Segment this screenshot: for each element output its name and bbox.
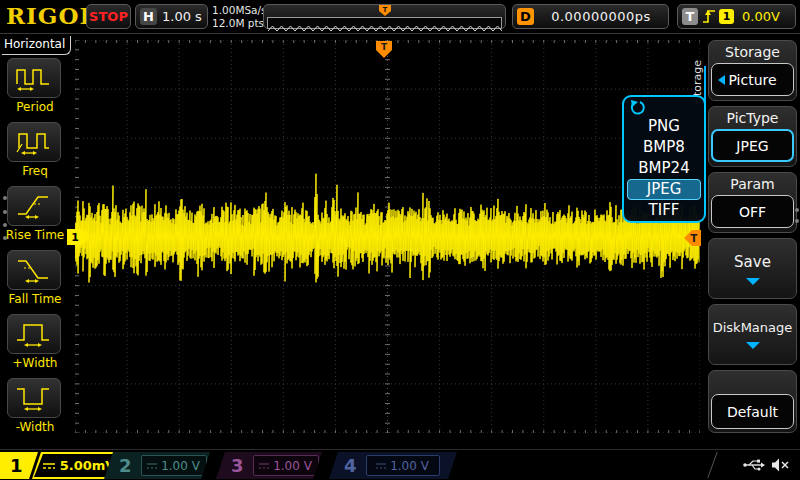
channel-1-number: 1 [10,455,23,476]
rigol-logo: RIGOL [6,2,97,29]
softkey-pictype-value[interactable]: JPEG [711,129,794,162]
timebase-box: H 1.00 s [135,4,208,29]
dc-coupling-icon [42,461,56,471]
menu-item-rise-time[interactable] [7,186,61,226]
rising-edge-icon [702,8,716,25]
status-icons [742,454,794,476]
delay-badge: D [517,8,534,25]
preview-window [267,17,502,29]
softkey-diskmanage[interactable]: DiskManage [708,304,797,365]
menu-item-minus-width[interactable] [7,378,61,418]
trigger-info-box: T 1 0.00V [677,4,796,29]
run-state-label: STOP [89,9,128,24]
scroll-dot [3,223,7,227]
trigger-badge: T [682,8,698,25]
default-value: Default [727,404,778,420]
acquisition-info: 1.00MSa/s 12.0M pts [212,4,267,29]
save-label: Save [734,253,771,271]
menu-item-freq[interactable] [7,122,61,162]
softkey-pictype-header: PicType [709,107,796,128]
channel-3-number: 3 [231,455,244,476]
dropdown-arrow-icon [746,342,760,349]
softkey-param-value[interactable]: OFF [711,195,794,228]
softkey-storage-value[interactable]: Picture [711,63,794,96]
plus-width-icon [15,320,53,348]
storage-mode-value: Picture [728,72,776,88]
channel-4-number: 4 [344,455,357,476]
usb-icon [743,460,765,471]
dropdown-arrow-icon [746,278,760,285]
preview-trigger-marker-icon: T [379,5,391,17]
channel-1-position-marker-icon: 1 [67,229,91,245]
svg-text:1: 1 [71,231,79,244]
pictype-value: JPEG [736,138,768,154]
svg-text:T: T [381,42,388,52]
graticule [75,40,700,433]
channel-1-badge[interactable]: 1 [0,452,38,479]
channel-3-scale: 1.00 V [273,459,312,473]
pictype-popup: PNG BMP8 BMP24 JPEG TIFF [622,95,706,223]
svg-text:T: T [691,233,698,244]
menu-label-freq: Freq [0,164,70,178]
popup-option-jpeg[interactable]: JPEG [627,179,701,200]
scroll-dot [795,219,799,223]
channel-3-chip[interactable]: 3 1.00 V [216,452,322,479]
trigger-source-badge: 1 [719,9,734,24]
channel-2-chip[interactable]: 2 1.00 V [104,452,210,479]
dc-coupling-icon [376,462,386,470]
menu-label-rise-time: Rise Time [0,228,70,242]
softkey-save[interactable]: Save [708,238,797,299]
diskmanage-label: DiskManage [713,320,793,335]
channel-2-number: 2 [119,455,132,476]
softkey-param[interactable]: Param OFF [708,172,797,233]
delay-value: 0.00000000ps [534,9,668,24]
waveform-preview: T [263,4,506,29]
rise-time-icon [15,192,53,220]
softkey-default[interactable]: Default [708,370,797,433]
channel-4-scale: 1.00 V [390,459,429,473]
left-menu-title: Horizontal [2,36,71,55]
freq-icon [15,128,53,156]
svg-text:T: T [382,6,387,14]
bottombar-divider [0,449,800,450]
minus-width-icon [15,384,53,412]
trigger-position-marker-icon: T [376,41,393,59]
fall-time-icon [15,256,53,284]
back-arrow-icon [718,75,725,85]
popup-option-bmp8[interactable]: BMP8 [630,137,698,158]
trigger-level-value: 0.00V [742,9,780,24]
popup-option-bmp24[interactable]: BMP24 [630,158,698,179]
run-state-indicator: STOP [86,4,131,29]
period-icon [15,64,53,92]
softkey-storage[interactable]: Storage Picture [708,40,797,101]
channel-4-chip[interactable]: 4 1.00 V [329,452,457,479]
popup-option-tiff[interactable]: TIFF [630,200,698,221]
menu-item-fall-time[interactable] [7,250,61,290]
menu-label-fall-time: Fall Time [0,292,70,306]
scroll-dot [795,208,799,212]
horizontal-badge: H [140,8,157,25]
softkey-param-header: Param [709,173,796,194]
channel-2-scale: 1.00 V [161,459,200,473]
menu-label-minus-width: -Width [0,420,70,434]
speaker-muted-icon [772,459,788,472]
softkey-default-value[interactable]: Default [711,394,794,429]
trigger-level-marker-icon: T [684,230,701,246]
menu-label-period: Period [0,100,70,114]
param-value: OFF [739,204,766,220]
softkey-storage-header: Storage [709,41,796,62]
topbar-divider [0,33,800,34]
sample-rate: 1.00MSa/s [212,4,267,17]
rotate-ccw-icon [629,100,648,116]
timebase-value: 1.00 s [162,9,202,24]
menu-label-plus-width: +Width [0,356,70,370]
statusbar-divider [707,452,717,478]
memory-depth: 12.0M pts [212,17,267,30]
dc-coupling-icon [147,462,157,470]
menu-item-plus-width[interactable] [7,314,61,354]
popup-option-png[interactable]: PNG [630,116,698,137]
softkey-pictype[interactable]: PicType JPEG [708,106,797,167]
menu-item-period[interactable] [7,58,61,98]
preview-wave [268,23,503,33]
delay-box: D 0.00000000ps [512,4,669,29]
